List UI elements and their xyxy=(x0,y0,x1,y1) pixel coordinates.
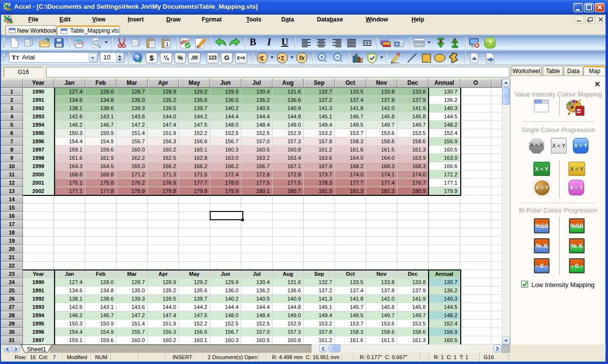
svg-text:Σ: Σ xyxy=(281,55,285,62)
svg-text:1: 1 xyxy=(166,42,169,47)
svg-text:Σ: Σ xyxy=(260,55,264,62)
svg-text:Sheet1: Sheet1 xyxy=(27,346,46,353)
svg-text:A: A xyxy=(396,42,399,46)
svg-text:A: A xyxy=(439,39,442,44)
svg-text:Z: Z xyxy=(453,38,456,43)
svg-text:?: ? xyxy=(488,39,492,47)
svg-text:?: ? xyxy=(136,54,139,61)
svg-text:fx: fx xyxy=(299,55,305,61)
